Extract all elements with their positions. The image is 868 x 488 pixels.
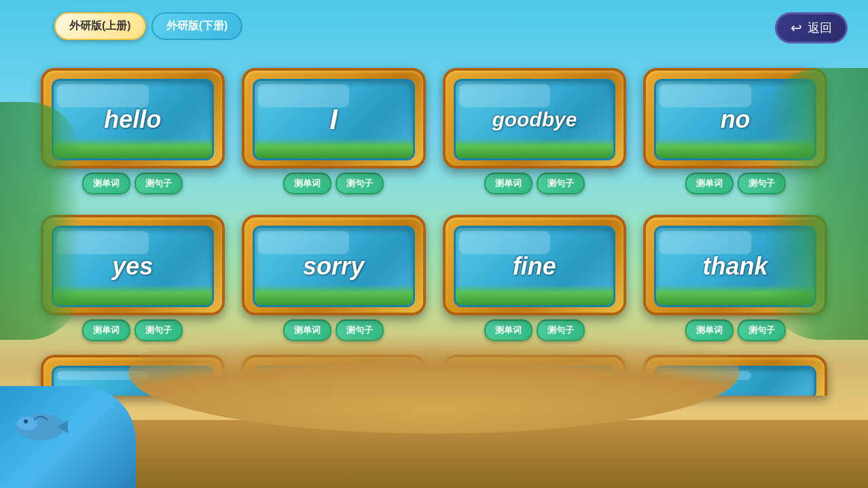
card-word-fine: fine [513,252,556,281]
card-word-sorry: sorry [303,252,364,281]
card-buttons-yes: 测单词 测句子 [82,319,183,341]
test-word-thank[interactable]: 测单词 [685,319,734,341]
card-screen-fine: fine [454,226,616,307]
test-sentence-yes[interactable]: 测句子 [134,319,183,341]
card-word-i: I [329,103,338,136]
test-sentence-i[interactable]: 测句子 [336,173,384,194]
card-word-goodbye: goodbye [492,108,577,131]
svg-point-1 [17,417,37,430]
screen-scenery-i [255,138,413,158]
card-frame-sorry: sorry [242,215,426,315]
dolphin-decoration [14,393,68,447]
test-word-no[interactable]: 测单词 [685,173,734,194]
card-frame-i: I [242,68,426,169]
screen-scenery-goodbye [456,138,614,158]
svg-point-3 [24,419,28,423]
nav-tab-volume-1[interactable]: 外研版(上册) [54,12,146,40]
card-frame-fine: fine [443,215,627,315]
card-buttons-thank: 测单词 测句子 [685,319,786,341]
ground-path [128,311,740,434]
return-label: 返回 [808,20,832,36]
card-buttons-i: 测单词 测句子 [283,173,384,194]
test-word-goodbye[interactable]: 测单词 [484,173,532,194]
card-buttons-goodbye: 测单词 测句子 [484,173,585,194]
card-word-no: no [721,105,751,134]
right-decoration [766,68,868,340]
card-frame-goodbye: goodbye [443,68,627,169]
test-word-i[interactable]: 测单词 [283,173,331,194]
card-word-yes: yes [112,252,153,281]
test-sentence-hello[interactable]: 测句子 [134,173,183,194]
card-buttons-hello: 测单词 测句子 [82,173,183,194]
word-card-row-1: hello 测单词 测句子 I 测单词 测句子 [41,68,827,194]
card-word-thank: thank [703,252,768,281]
return-icon: ↩ [791,20,802,36]
test-sentence-goodbye[interactable]: 测句子 [537,173,585,194]
word-card-i[interactable]: I 测单词 测句子 [242,68,426,194]
left-decoration [0,102,82,340]
return-button[interactable]: ↩ 返回 [775,12,848,43]
card-screen-goodbye: goodbye [454,79,616,160]
word-card-goodbye[interactable]: goodbye 测单词 测句子 [443,68,627,194]
test-word-hello[interactable]: 测单词 [82,173,130,194]
test-word-yes[interactable]: 测单词 [82,319,130,341]
screen-scenery-sorry [255,285,413,305]
card-word-hello: hello [104,105,161,134]
card-screen-sorry: sorry [253,226,415,307]
nav-tab-volume-2[interactable]: 外研版(下册) [151,12,243,40]
test-sentence-thank[interactable]: 测句子 [738,319,786,341]
screen-scenery-fine [456,285,614,305]
card-screen-i: I [253,79,415,160]
nav-bar: 外研版(上册) 外研版(下册) [54,12,242,40]
